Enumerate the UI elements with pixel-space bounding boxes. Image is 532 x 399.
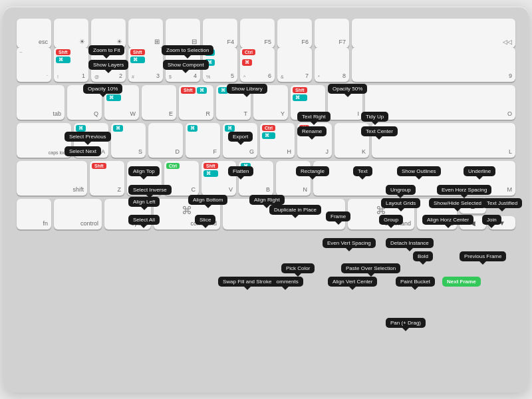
key-command-right[interactable]: ⌘ command [348,199,414,229]
key-5[interactable]: ⌘ ⌘ 5 % [203,47,237,82]
key-q[interactable]: Q [67,85,102,120]
key-d[interactable]: D [148,123,183,158]
key-w[interactable]: Shft ⌘ W [104,85,139,120]
key-arrow-down[interactable]: ▼ [489,216,515,229]
key-bright-down[interactable]: ☀ [54,19,88,48]
key-4[interactable]: 4 $ [166,47,200,82]
key-9[interactable]: 9 [352,47,515,82]
key-s[interactable]: ⌘ S [111,123,146,158]
key-f7[interactable]: F7 [315,19,349,48]
key-3[interactable]: Shft ⌘ 3 # [128,47,163,82]
key-b[interactable]: ⌘ B [239,161,273,196]
key-j[interactable]: ⌘ J [297,123,332,158]
tooltip-pick-color: Pick Color [281,263,315,273]
key-a[interactable]: ⌘ A [74,123,108,158]
key-x[interactable]: X [127,161,162,196]
key-shift-left[interactable]: shift [17,161,87,196]
tooltip-next-frame: Next Frame [442,277,481,287]
key-e[interactable]: E [142,85,176,120]
tooltip-comments: Comments [268,277,303,287]
tooltip-align-vert-center: Align Vert Center [328,277,377,287]
key-1[interactable]: Shft ⌘ 1 ! [54,47,88,82]
key-tilde[interactable]: ~ ` [17,47,51,82]
key-f6[interactable]: F5 [240,19,275,48]
key-f6b[interactable]: F6 [277,19,312,48]
key-8[interactable]: 8 * [315,47,349,82]
key-v[interactable]: Shft ⌘ V [201,161,236,196]
key-i[interactable]: ⌘ I [328,85,362,120]
key-o[interactable]: O [365,85,515,120]
key-control[interactable]: control [54,199,102,229]
key-f[interactable]: ⌘ F [186,123,220,158]
tooltip-previous-frame: Previous Frame [460,251,506,261]
key-f4[interactable]: ⊟ [166,19,200,48]
tooltip-paint-bucket: Paint Bucket [396,277,435,287]
key-n[interactable]: N [276,161,311,196]
key-f5[interactable]: F4 [203,19,237,48]
tooltip-swap-fill-stroke: Swap Fill and Stroke [218,277,276,287]
key-esc[interactable]: esc [17,19,51,48]
key-c[interactable]: Ctrl C [164,161,199,196]
key-7[interactable]: 7 & [277,47,312,82]
key-option[interactable]: option [104,199,151,229]
key-l[interactable]: L [372,123,515,158]
key-tab[interactable]: tab [17,85,65,120]
key-y[interactable]: Y [253,85,288,120]
tooltip-detach-instance: Detach Instance [386,238,434,248]
tooltip-bold: Bold [413,251,433,261]
key-arrow-left[interactable]: ◀ [460,216,486,229]
key-m[interactable]: M [313,161,515,196]
tooltip-pan-drag: Pan (+ Drag) [386,318,426,328]
key-f8[interactable]: ◁◁ [352,19,515,48]
key-g[interactable]: ⌘ G [223,123,257,158]
keyboard: esc ☀ ☀ ⊞ ⊟ F4 F5 F6 [3,7,529,392]
key-fn[interactable]: fn [17,199,51,229]
key-command-left[interactable]: ⌘ command [154,199,220,229]
key-u[interactable]: Shft ⌘ U [291,85,325,120]
key-f3[interactable]: ⊞ [128,19,163,48]
key-r[interactable]: Shft ⌘ R [179,85,213,120]
key-k[interactable]: K [334,123,369,158]
key-2[interactable]: 2 @ [91,47,126,82]
key-capslock[interactable]: caps lock [17,123,71,158]
key-space[interactable] [223,199,345,229]
key-6[interactable]: Ctrl ⌘ 6 ^ [240,47,275,82]
key-f2[interactable]: ☀ [91,19,126,48]
key-t[interactable]: ⌘ T [216,85,251,120]
key-z[interactable]: Shft Z [90,161,124,196]
key-arrow-up[interactable]: ▲ [460,199,486,213]
tooltip-even-vert-spacing: Even Vert Spacing [323,238,376,248]
key-option-right[interactable]: ⌥ [417,199,457,229]
key-h[interactable]: Ctrl ⌘ H [260,123,295,158]
tooltip-paste-over-selection: Paste Over Selection [341,263,400,273]
